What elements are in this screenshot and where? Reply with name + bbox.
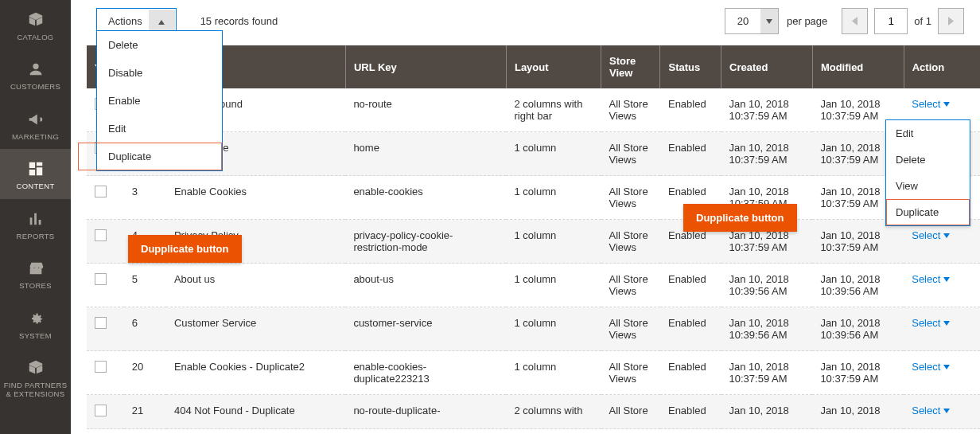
col-created[interactable]: Created <box>721 45 813 88</box>
col-store[interactable]: Store View <box>601 45 660 88</box>
prev-page-button[interactable] <box>842 8 868 34</box>
table-row[interactable]: 21404 Not Found - Duplicateno-route-dupl… <box>87 395 980 429</box>
per-page-value: 20 <box>725 15 760 27</box>
cell-id: 20 <box>124 351 166 395</box>
cell-layout: 2 columns with right bar <box>506 88 601 132</box>
cell-modified: Jan 10, 2018 10:37:59 AM <box>812 351 904 395</box>
sidebar-item-partners[interactable]: FIND PARTNERS & EXTENSIONS <box>0 348 71 406</box>
checkbox-icon[interactable] <box>95 405 107 416</box>
action-enable[interactable]: Enable <box>97 87 222 115</box>
sidebar-item-reports[interactable]: REPORTS <box>0 199 71 248</box>
cell-title: About us <box>166 264 345 307</box>
row-action-delete[interactable]: Delete <box>886 147 970 173</box>
col-url[interactable]: URL Key <box>345 45 506 88</box>
action-disable[interactable]: Disable <box>97 59 222 87</box>
action-delete[interactable]: Delete <box>97 31 222 59</box>
puzzle-icon <box>25 358 46 378</box>
col-layout[interactable]: Layout <box>506 45 601 88</box>
cell-id: 6 <box>124 307 166 351</box>
cell-store: All Store Views <box>601 220 660 264</box>
checkbox-icon[interactable] <box>95 273 107 285</box>
action-edit[interactable]: Edit <box>97 115 222 143</box>
select-action-link[interactable]: Select <box>912 273 950 285</box>
cell-action: Select <box>904 351 980 395</box>
cell-store: All Store Views <box>601 132 660 176</box>
page-input[interactable] <box>874 8 908 34</box>
row-action-duplicate[interactable]: Duplicate <box>886 199 970 225</box>
col-status[interactable]: Status <box>660 45 721 88</box>
cell-id: 5 <box>124 264 166 307</box>
cell-status: Enabled <box>660 351 721 395</box>
main-content: Actions 15 records found 20 per page of … <box>71 0 980 434</box>
table-row[interactable]: 6Customer Servicecustomer-service1 colum… <box>87 307 980 351</box>
cell-checkbox[interactable] <box>87 176 124 220</box>
cell-checkbox[interactable] <box>87 264 124 307</box>
sidebar-item-system[interactable]: SYSTEM <box>0 299 71 348</box>
sidebar-label: CATALOG <box>17 33 53 41</box>
select-action-link[interactable]: Select <box>912 98 950 110</box>
select-action-link[interactable]: Select <box>912 229 950 241</box>
caret-down-icon <box>943 233 950 238</box>
cell-store: All Store Views <box>601 264 660 307</box>
page-total-text: of 1 <box>914 15 931 27</box>
cell-status: Enabled <box>660 132 721 176</box>
chart-icon <box>25 209 46 229</box>
cell-store: All Store Views <box>601 351 660 395</box>
checkbox-icon[interactable] <box>95 186 107 197</box>
cell-checkbox[interactable] <box>87 307 124 351</box>
cell-created: Jan 10, 2018 10:37:59 AM <box>721 351 813 395</box>
select-action-link[interactable]: Select <box>912 317 950 329</box>
cell-action: Select <box>904 307 980 351</box>
cell-layout: 1 column <box>506 132 601 176</box>
row-action-edit[interactable]: Edit <box>886 120 970 147</box>
per-page-label: per page <box>787 15 827 27</box>
table-row[interactable]: 20Enable Cookies - Duplicate2enable-cook… <box>87 351 980 395</box>
sidebar-label: FIND PARTNERS & EXTENSIONS <box>3 381 68 398</box>
callout-left: Dupplicate button <box>128 235 242 263</box>
action-duplicate[interactable]: Duplicate <box>78 143 222 170</box>
cell-status: Enabled <box>660 395 721 429</box>
cell-action: Select <box>904 395 980 429</box>
col-modified[interactable]: Modified <box>812 45 904 88</box>
cell-created: Jan 10, 2018 10:37:59 AM <box>721 88 813 132</box>
cell-modified: Jan 10, 2018 10:39:56 AM <box>812 307 904 351</box>
checkbox-icon[interactable] <box>95 229 107 241</box>
cell-checkbox[interactable] <box>87 351 124 395</box>
table-row[interactable]: 5About usabout-us1 columnAll Store Views… <box>87 264 980 307</box>
select-action-link[interactable]: Select <box>912 361 950 373</box>
sidebar-item-customers[interactable]: CUSTOMERS <box>0 49 71 99</box>
cell-url: customer-service <box>345 307 506 351</box>
cell-title: Enable Cookies - Duplicate2 <box>166 351 345 395</box>
store-icon <box>25 258 46 279</box>
cell-store: All Store Views <box>601 307 660 351</box>
cell-url: about-us <box>345 264 506 307</box>
row-action-view[interactable]: View <box>886 173 970 199</box>
sidebar-label: REPORTS <box>17 233 55 240</box>
next-page-button[interactable] <box>938 8 964 34</box>
cell-id: 3 <box>124 176 166 220</box>
checkbox-icon[interactable] <box>95 361 107 373</box>
caret-down-icon <box>943 277 950 282</box>
layout-icon <box>25 158 46 179</box>
cell-checkbox[interactable] <box>87 395 124 429</box>
sidebar-label: CUSTOMERS <box>10 83 60 91</box>
person-icon <box>25 59 46 80</box>
cell-layout: 1 column <box>506 351 601 395</box>
cell-created: Jan 10, 2018 10:39:56 AM <box>721 264 813 307</box>
sidebar-item-stores[interactable]: STORES <box>0 248 71 298</box>
table-row[interactable]: 3Enable Cookiesenable-cookies1 columnAll… <box>87 176 980 220</box>
per-page-select[interactable]: 20 <box>725 8 779 34</box>
checkbox-icon[interactable] <box>95 317 107 329</box>
actions-dropdown-menu: Delete Disable Enable Edit Duplicate <box>96 30 223 171</box>
sidebar-item-catalog[interactable]: CATALOG <box>0 0 71 49</box>
caret-down-icon <box>943 321 950 326</box>
sidebar-item-marketing[interactable]: MARKETING <box>0 100 71 149</box>
cell-created: Jan 10, 2018 <box>721 395 813 429</box>
caret-down-icon <box>943 102 950 107</box>
cell-layout: 2 columns with <box>506 395 601 429</box>
cell-title: Enable Cookies <box>166 176 345 220</box>
col-action[interactable]: Action <box>904 45 980 88</box>
cell-checkbox[interactable] <box>87 220 124 264</box>
sidebar-item-content[interactable]: CONTENT <box>0 149 71 198</box>
select-action-link[interactable]: Select <box>912 405 950 416</box>
